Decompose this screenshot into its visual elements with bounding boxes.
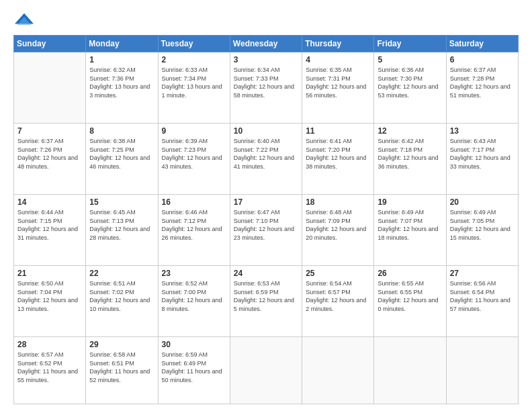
calendar-day-cell: 14Sunrise: 6:44 AMSunset: 7:15 PMDayligh…: [14, 195, 86, 266]
day-info: Sunrise: 6:39 AMSunset: 7:23 PMDaylight:…: [162, 137, 226, 171]
header: [13, 12, 519, 31]
calendar-day-cell: 9Sunrise: 6:39 AMSunset: 7:23 PMDaylight…: [158, 124, 230, 195]
day-number: 29: [89, 340, 154, 349]
calendar-day-cell: 27Sunrise: 6:56 AMSunset: 6:54 PMDayligh…: [446, 266, 518, 337]
calendar-day-cell: [14, 52, 86, 124]
calendar-day-cell: 19Sunrise: 6:49 AMSunset: 7:07 PMDayligh…: [374, 195, 446, 266]
day-number: 23: [162, 269, 226, 278]
day-number: 16: [162, 197, 226, 207]
calendar-week-row: 7Sunrise: 6:37 AMSunset: 7:26 PMDaylight…: [14, 124, 519, 195]
day-number: 13: [450, 126, 515, 136]
weekday-header-friday: Friday: [374, 36, 446, 52]
day-info: Sunrise: 6:50 AMSunset: 7:04 PMDaylight:…: [17, 279, 82, 313]
day-info: Sunrise: 6:47 AMSunset: 7:10 PMDaylight:…: [234, 208, 298, 242]
calendar-table: SundayMondayTuesdayWednesdayThursdayFrid…: [13, 35, 519, 404]
calendar-day-cell: 29Sunrise: 6:58 AMSunset: 6:51 PMDayligh…: [86, 337, 158, 404]
calendar-day-cell: 2Sunrise: 6:33 AMSunset: 7:34 PMDaylight…: [158, 52, 230, 124]
calendar-day-cell: 22Sunrise: 6:51 AMSunset: 7:02 PMDayligh…: [86, 266, 158, 337]
day-info: Sunrise: 6:53 AMSunset: 6:59 PMDaylight:…: [234, 279, 298, 313]
weekday-header-monday: Monday: [86, 36, 158, 52]
day-info: Sunrise: 6:34 AMSunset: 7:33 PMDaylight:…: [234, 66, 298, 99]
day-info: Sunrise: 6:43 AMSunset: 7:17 PMDaylight:…: [450, 137, 515, 171]
day-info: Sunrise: 6:37 AMSunset: 7:28 PMDaylight:…: [450, 66, 515, 99]
weekday-header-sunday: Sunday: [14, 36, 86, 52]
logo: [13, 12, 38, 31]
calendar-day-cell: 25Sunrise: 6:54 AMSunset: 6:57 PMDayligh…: [302, 266, 374, 337]
day-info: Sunrise: 6:58 AMSunset: 6:51 PMDaylight:…: [89, 351, 154, 384]
day-info: Sunrise: 6:59 AMSunset: 6:49 PMDaylight:…: [162, 351, 226, 384]
day-info: Sunrise: 6:54 AMSunset: 6:57 PMDaylight:…: [306, 279, 370, 313]
weekday-header-row: SundayMondayTuesdayWednesdayThursdayFrid…: [14, 36, 519, 52]
day-number: 7: [17, 126, 82, 136]
calendar-day-cell: 18Sunrise: 6:48 AMSunset: 7:09 PMDayligh…: [302, 195, 374, 266]
day-info: Sunrise: 6:46 AMSunset: 7:12 PMDaylight:…: [162, 208, 226, 242]
calendar-day-cell: 3Sunrise: 6:34 AMSunset: 7:33 PMDaylight…: [230, 52, 302, 124]
calendar-day-cell: 24Sunrise: 6:53 AMSunset: 6:59 PMDayligh…: [230, 266, 302, 337]
weekday-header-tuesday: Tuesday: [158, 36, 230, 52]
day-number: 15: [89, 197, 154, 207]
day-number: 27: [450, 269, 515, 278]
calendar-day-cell: 21Sunrise: 6:50 AMSunset: 7:04 PMDayligh…: [14, 266, 86, 337]
day-number: 5: [378, 55, 442, 64]
calendar-day-cell: 10Sunrise: 6:40 AMSunset: 7:22 PMDayligh…: [230, 124, 302, 195]
calendar-day-cell: [446, 337, 518, 404]
calendar-day-cell: 28Sunrise: 6:57 AMSunset: 6:52 PMDayligh…: [14, 337, 86, 404]
day-number: 21: [17, 269, 82, 278]
calendar-day-cell: 8Sunrise: 6:38 AMSunset: 7:25 PMDaylight…: [86, 124, 158, 195]
day-info: Sunrise: 6:37 AMSunset: 7:26 PMDaylight:…: [17, 137, 82, 171]
day-number: 22: [89, 269, 154, 278]
day-info: Sunrise: 6:35 AMSunset: 7:31 PMDaylight:…: [306, 66, 370, 99]
calendar-day-cell: 23Sunrise: 6:52 AMSunset: 7:00 PMDayligh…: [158, 266, 230, 337]
day-info: Sunrise: 6:45 AMSunset: 7:13 PMDaylight:…: [89, 208, 154, 242]
day-number: 24: [234, 269, 298, 278]
day-number: 2: [162, 55, 226, 64]
day-info: Sunrise: 6:42 AMSunset: 7:18 PMDaylight:…: [378, 137, 442, 171]
day-info: Sunrise: 6:55 AMSunset: 6:55 PMDaylight:…: [378, 279, 442, 313]
weekday-header-saturday: Saturday: [446, 36, 518, 52]
calendar-day-cell: [374, 337, 446, 404]
day-number: 3: [234, 55, 298, 64]
page: SundayMondayTuesdayWednesdayThursdayFrid…: [0, 0, 532, 411]
calendar-day-cell: 11Sunrise: 6:41 AMSunset: 7:20 PMDayligh…: [302, 124, 374, 195]
calendar-day-cell: 15Sunrise: 6:45 AMSunset: 7:13 PMDayligh…: [86, 195, 158, 266]
calendar-day-cell: 16Sunrise: 6:46 AMSunset: 7:12 PMDayligh…: [158, 195, 230, 266]
day-number: 28: [17, 340, 82, 349]
day-info: Sunrise: 6:33 AMSunset: 7:34 PMDaylight:…: [162, 66, 226, 99]
day-info: Sunrise: 6:36 AMSunset: 7:30 PMDaylight:…: [378, 66, 442, 99]
day-info: Sunrise: 6:49 AMSunset: 7:07 PMDaylight:…: [378, 208, 442, 242]
day-number: 9: [162, 126, 226, 136]
calendar-day-cell: [302, 337, 374, 404]
day-number: 14: [17, 197, 82, 207]
day-info: Sunrise: 6:38 AMSunset: 7:25 PMDaylight:…: [89, 137, 154, 171]
day-number: 12: [378, 126, 442, 136]
day-number: 25: [306, 269, 370, 278]
day-info: Sunrise: 6:41 AMSunset: 7:20 PMDaylight:…: [306, 137, 370, 171]
day-number: 19: [378, 197, 442, 207]
day-number: 8: [89, 126, 154, 136]
day-number: 10: [234, 126, 298, 136]
calendar-day-cell: 20Sunrise: 6:49 AMSunset: 7:05 PMDayligh…: [446, 195, 518, 266]
calendar-week-row: 1Sunrise: 6:32 AMSunset: 7:36 PMDaylight…: [14, 52, 519, 124]
day-number: 30: [162, 340, 226, 349]
day-info: Sunrise: 6:49 AMSunset: 7:05 PMDaylight:…: [450, 208, 515, 242]
day-info: Sunrise: 6:56 AMSunset: 6:54 PMDaylight:…: [450, 279, 515, 313]
calendar-week-row: 14Sunrise: 6:44 AMSunset: 7:15 PMDayligh…: [14, 195, 519, 266]
logo-icon: [13, 12, 35, 31]
day-number: 4: [306, 55, 370, 64]
calendar-day-cell: 12Sunrise: 6:42 AMSunset: 7:18 PMDayligh…: [374, 124, 446, 195]
day-number: 1: [89, 55, 154, 64]
day-info: Sunrise: 6:32 AMSunset: 7:36 PMDaylight:…: [89, 66, 154, 99]
calendar-day-cell: 26Sunrise: 6:55 AMSunset: 6:55 PMDayligh…: [374, 266, 446, 337]
calendar-day-cell: 5Sunrise: 6:36 AMSunset: 7:30 PMDaylight…: [374, 52, 446, 124]
calendar-day-cell: 13Sunrise: 6:43 AMSunset: 7:17 PMDayligh…: [446, 124, 518, 195]
calendar-day-cell: 1Sunrise: 6:32 AMSunset: 7:36 PMDaylight…: [86, 52, 158, 124]
day-info: Sunrise: 6:44 AMSunset: 7:15 PMDaylight:…: [17, 208, 82, 242]
weekday-header-wednesday: Wednesday: [230, 36, 302, 52]
day-number: 11: [306, 126, 370, 136]
calendar-day-cell: 6Sunrise: 6:37 AMSunset: 7:28 PMDaylight…: [446, 52, 518, 124]
day-info: Sunrise: 6:48 AMSunset: 7:09 PMDaylight:…: [306, 208, 370, 242]
calendar-week-row: 21Sunrise: 6:50 AMSunset: 7:04 PMDayligh…: [14, 266, 519, 337]
day-info: Sunrise: 6:52 AMSunset: 7:00 PMDaylight:…: [162, 279, 226, 313]
day-info: Sunrise: 6:51 AMSunset: 7:02 PMDaylight:…: [89, 279, 154, 313]
calendar-day-cell: 30Sunrise: 6:59 AMSunset: 6:49 PMDayligh…: [158, 337, 230, 404]
